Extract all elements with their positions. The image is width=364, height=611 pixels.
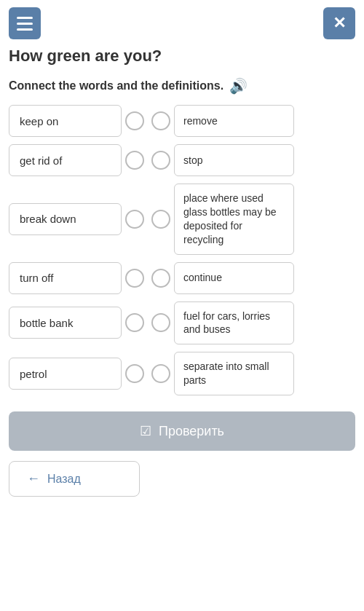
back-button[interactable]: ← Назад [9,461,140,497]
def-box-6: separate into small parts [174,352,294,395]
def-box-5: fuel for cars, lorries and buses [174,301,294,345]
match-row-5: bottle bank fuel for cars, lorries and b… [9,301,355,345]
radio-right-3[interactable] [151,210,170,229]
match-row-4: turn off continue [9,262,355,294]
word-box-2: get rid of [9,144,122,176]
def-box-3: place where used glass bottles may be de… [174,184,294,255]
match-row-3: break down place where used glass bottle… [9,184,355,255]
word-box-4: turn off [9,262,122,294]
radio-left-2[interactable] [125,151,144,170]
sound-icon[interactable]: 🔊 [229,77,248,95]
def-box-4: continue [174,262,294,294]
menu-button[interactable] [9,7,41,39]
word-box-5: bottle bank [9,307,122,339]
radio-right-2[interactable] [151,151,170,170]
instruction-row: Connect the words and the definitions. 🔊 [0,73,364,105]
radio-left-5[interactable] [125,313,144,332]
def-box-2: stop [174,144,294,176]
word-box-1: keep on [9,105,122,137]
radio-left-4[interactable] [125,269,144,288]
radio-left-1[interactable] [125,111,144,130]
page-title: How green are you? [0,44,364,73]
radio-right-4[interactable] [151,269,170,288]
back-arrow-icon: ← [27,471,40,486]
check-button[interactable]: ☑ Проверить [9,411,355,451]
radio-right-5[interactable] [151,313,170,332]
instruction-text: Connect the words and the definitions. [9,79,223,92]
radio-left-3[interactable] [125,210,144,229]
check-icon: ☑ [140,423,151,439]
back-label: Назад [47,473,81,486]
radio-left-6[interactable] [125,364,144,383]
close-button[interactable]: ✕ [323,7,355,39]
matching-grid: keep on remove get rid of stop break dow… [0,105,364,395]
header: ✕ [0,0,364,44]
def-box-1: remove [174,105,294,137]
match-row-1: keep on remove [9,105,355,137]
word-box-3: break down [9,203,122,235]
radio-right-1[interactable] [151,111,170,130]
match-row-2: get rid of stop [9,144,355,176]
word-box-6: petrol [9,358,122,390]
radio-right-6[interactable] [151,364,170,383]
match-row-6: petrol separate into small parts [9,352,355,395]
check-label: Проверить [159,424,224,439]
